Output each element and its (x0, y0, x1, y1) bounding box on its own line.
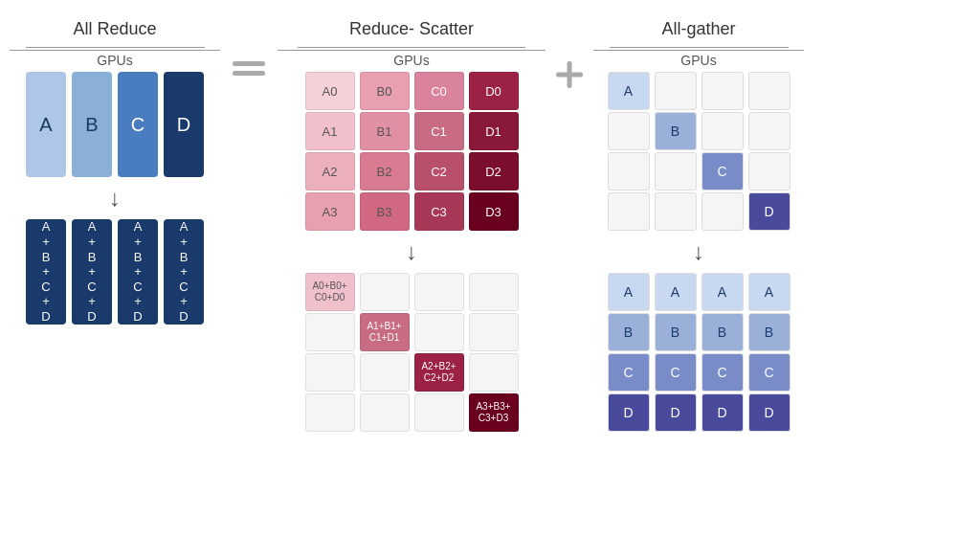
rs-result-col-3: A3+B3+C3+D3 (469, 273, 519, 432)
rs-result-1-0 (360, 273, 410, 311)
reduce-scatter-title: Reduce- Scatter (349, 19, 474, 39)
reduce-scatter-section: Reduce- Scatter GPUs A0 A1 A2 A3 B0 B1 B… (278, 19, 546, 432)
rs-B2: B2 (360, 152, 410, 191)
rs-B0: B0 (360, 72, 410, 110)
rs-A3: A3 (305, 192, 355, 231)
ag-top-1-3 (655, 192, 697, 231)
ag-top-col-0: A (608, 72, 650, 231)
ag-bottom-grid: A B C D A B C D A B C D A B C D (608, 273, 791, 432)
all-reduce-top: GPUs A B C D (10, 47, 220, 177)
rs-D1: D1 (469, 112, 519, 150)
ag-bottom-0-D: D (608, 393, 650, 432)
rs-result-2-3 (414, 393, 464, 432)
equals-bar-bottom (233, 71, 265, 76)
ag-bottom-col-1: A B C D (655, 273, 697, 432)
ag-bottom-3-B: B (748, 313, 791, 351)
rs-A2: A2 (305, 152, 355, 191)
all-gather-section: All-gather GPUs A B (593, 19, 804, 432)
ag-top-0-1 (608, 112, 650, 150)
all-reduce-arrow: ↓ (109, 185, 121, 212)
rs-top-grid: A0 A1 A2 A3 B0 B1 B2 B3 C0 C1 C2 C3 D0 (305, 72, 519, 231)
plus-icon (556, 61, 583, 88)
rs-D3: D3 (469, 192, 519, 231)
rs-col-C: C0 C1 C2 C3 (414, 72, 464, 231)
all-reduce-result-row: A+B+C+D A+B+C+D A+B+C+D A+B+C+D (26, 219, 204, 325)
rs-result-3-2 (469, 353, 519, 392)
reduce-scatter-gpus-bracket: GPUs (278, 47, 546, 72)
all-gather-gpus-label: GPUs (593, 50, 804, 68)
rs-result-0-3 (305, 393, 355, 432)
ag-top-1-B: B (655, 112, 697, 150)
ag-bottom-2-C: C (702, 353, 744, 392)
rs-C3: C3 (414, 192, 464, 231)
ag-top-3-D: D (748, 192, 791, 231)
rs-C1: C1 (414, 112, 464, 150)
rs-result-2-0 (414, 273, 464, 311)
reduce-scatter-arrow: ↓ (406, 238, 417, 265)
all-reduce-title: All Reduce (73, 19, 156, 39)
ar-block-C: C (118, 72, 158, 177)
rs-result-3-1 (469, 313, 519, 351)
ag-bottom-1-D: D (655, 393, 697, 432)
ag-bottom-0-C: C (608, 353, 650, 392)
plus-section (546, 19, 593, 88)
ag-bottom-col-0: A B C D (608, 273, 650, 432)
ag-top-col-2: C (702, 72, 744, 231)
reduce-scatter-gpus-line (298, 47, 525, 48)
ar-block-B: B (72, 72, 112, 177)
all-reduce-gpus-bracket: GPUs (10, 47, 220, 72)
ag-bottom-1-A: A (655, 273, 697, 311)
all-gather-gpus-line (610, 47, 789, 48)
ag-top-0-2 (608, 152, 650, 191)
rs-result-1-3 (360, 393, 410, 432)
ag-top-3-1 (748, 112, 791, 150)
main-container: All Reduce GPUs A B C D ↓ A+B+C+D A+B+C+… (0, 0, 980, 538)
all-reduce-gpus-label: GPUs (10, 50, 220, 68)
ar-result-2: A+B+C+D (72, 219, 112, 325)
ag-bottom-1-B: B (655, 313, 697, 351)
ag-bottom-1-C: C (655, 353, 697, 392)
reduce-scatter-gpus-label: GPUs (278, 50, 546, 68)
rs-result-3-0 (469, 273, 519, 311)
rs-result-col-0: A0+B0+C0+D0 (305, 273, 355, 432)
equals-icon (233, 61, 265, 76)
ag-top-col-3: D (748, 72, 791, 231)
rs-C0: C0 (414, 72, 464, 110)
all-gather-arrow: ↓ (693, 238, 704, 265)
ag-top-col-1: B (655, 72, 697, 231)
rs-result-col-2: A2+B2+C2+D2 (414, 273, 464, 432)
rs-col-B: B0 B1 B2 B3 (360, 72, 410, 231)
ar-result-3: A+B+C+D (118, 219, 158, 325)
ar-block-D: D (164, 72, 204, 177)
ag-bottom-3-A: A (748, 273, 791, 311)
rs-result-0-0: A0+B0+C0+D0 (305, 273, 355, 311)
equals-bar-top (233, 61, 265, 66)
ag-top-grid: A B C (608, 72, 791, 231)
ag-top-3-0 (748, 72, 791, 110)
ag-bottom-col-3: A B C D (748, 273, 791, 432)
rs-result-1-1: A1+B1+C1+D1 (360, 313, 410, 351)
ag-bottom-0-A: A (608, 273, 650, 311)
ag-bottom-2-D: D (702, 393, 744, 432)
rs-D2: D2 (469, 152, 519, 191)
ag-bottom-col-2: A B C D (702, 273, 744, 432)
ag-top-0-3 (608, 192, 650, 231)
rs-B3: B3 (360, 192, 410, 231)
rs-A0: A0 (305, 72, 355, 110)
all-gather-gpus-bracket: GPUs (593, 47, 804, 72)
rs-B1: B1 (360, 112, 410, 150)
rs-result-2-2: A2+B2+C2+D2 (414, 353, 464, 392)
ag-top-3-2 (748, 152, 791, 191)
ag-bottom-0-B: B (608, 313, 650, 351)
ag-bottom-2-A: A (702, 273, 744, 311)
ag-bottom-3-D: D (748, 393, 791, 432)
ag-top-2-C: C (702, 152, 744, 191)
plus-vertical (568, 61, 572, 88)
rs-C2: C2 (414, 152, 464, 191)
ag-top-2-3 (702, 192, 744, 231)
equals-section (220, 19, 278, 76)
ag-top-2-1 (702, 112, 744, 150)
all-reduce-section: All Reduce GPUs A B C D ↓ A+B+C+D A+B+C+… (10, 19, 220, 325)
ag-top-0-A: A (608, 72, 650, 110)
all-reduce-gpu-row: A B C D (26, 72, 204, 177)
